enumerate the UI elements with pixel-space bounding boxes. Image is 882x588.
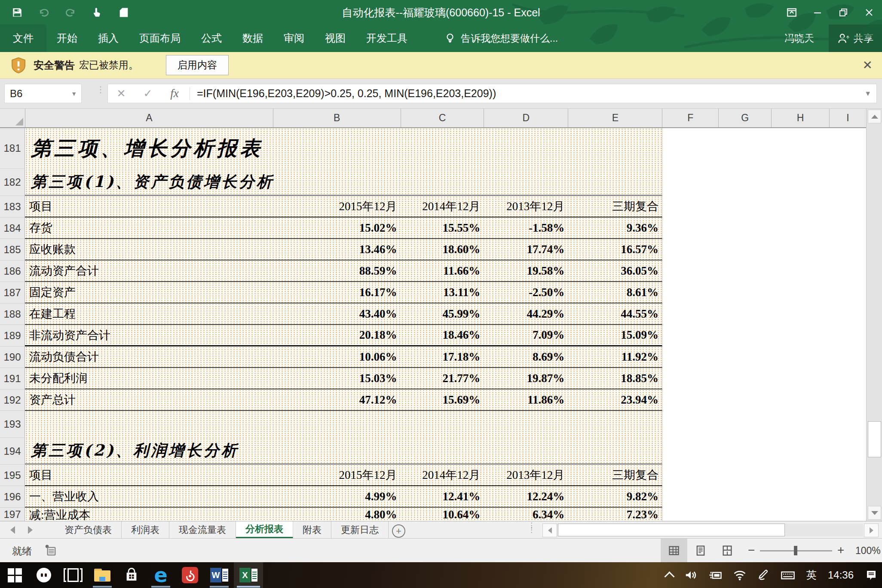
insert-function-icon[interactable]: fx bbox=[161, 87, 188, 100]
minimize-icon[interactable] bbox=[805, 0, 830, 24]
cell-E195[interactable]: 三期复合 bbox=[568, 465, 662, 485]
zoom-in-icon[interactable]: + bbox=[837, 544, 844, 556]
battery-icon[interactable] bbox=[708, 569, 722, 582]
cell-B196[interactable]: 4.99% bbox=[273, 486, 401, 507]
cell-C183[interactable]: 2014年12月 bbox=[400, 196, 484, 217]
cell-A196[interactable]: 一、营业收入 bbox=[25, 486, 273, 507]
cell-D183[interactable]: 2013年12月 bbox=[484, 196, 568, 217]
ribbon-display-options-icon[interactable] bbox=[779, 0, 805, 24]
normal-view-icon[interactable] bbox=[661, 539, 687, 563]
column-header-H[interactable]: H bbox=[772, 108, 830, 127]
cell-A186[interactable]: 流动资产合计 bbox=[25, 260, 273, 281]
cell-A183[interactable]: 项目 bbox=[25, 196, 273, 217]
cell-B192[interactable]: 47.12% bbox=[273, 389, 401, 410]
row-header-191[interactable]: 191 bbox=[0, 368, 25, 389]
page-layout-view-icon[interactable] bbox=[687, 539, 714, 563]
vertical-scroll-thumb[interactable] bbox=[868, 421, 881, 457]
column-header-C[interactable]: C bbox=[401, 108, 484, 127]
ribbon-tab-开发工具[interactable]: 开发工具 bbox=[356, 24, 418, 52]
cell-C185[interactable]: 18.60% bbox=[400, 239, 484, 260]
notification-icon[interactable] bbox=[865, 569, 878, 582]
column-header-A[interactable]: A bbox=[25, 108, 273, 127]
cell-A185[interactable]: 应收账款 bbox=[25, 239, 273, 260]
cell-B189[interactable]: 20.18% bbox=[273, 325, 401, 345]
close-icon[interactable] bbox=[856, 0, 882, 24]
select-all-corner[interactable] bbox=[0, 108, 25, 127]
tab-nav-left-icon[interactable] bbox=[10, 526, 15, 534]
row-header-188[interactable]: 188 bbox=[0, 303, 25, 325]
row-header-185[interactable]: 185 bbox=[0, 239, 25, 260]
cancel-icon[interactable]: ✕ bbox=[108, 87, 135, 100]
cell-D184[interactable]: -1.58% bbox=[484, 217, 568, 238]
cell-D185[interactable]: 17.74% bbox=[484, 239, 568, 260]
cell-E188[interactable]: 44.55% bbox=[568, 303, 662, 324]
scroll-left-icon[interactable] bbox=[542, 524, 557, 537]
cell-B197[interactable]: 4.80% bbox=[273, 508, 401, 522]
clock[interactable]: 14:36 bbox=[828, 569, 854, 581]
sheet-tab-利润表[interactable]: 利润表 bbox=[122, 521, 169, 539]
cell-C192[interactable]: 15.69% bbox=[400, 389, 484, 410]
row-header-186[interactable]: 186 bbox=[0, 260, 25, 282]
ribbon-tab-视图[interactable]: 视图 bbox=[315, 24, 356, 52]
cell-D195[interactable]: 2013年12月 bbox=[484, 465, 568, 485]
sheet-tab-现金流量表[interactable]: 现金流量表 bbox=[169, 521, 236, 539]
cell-E184[interactable]: 9.36% bbox=[568, 217, 662, 238]
qat-customize-dropdown-icon[interactable]: ▾ bbox=[13, 0, 16, 24]
cell-D187[interactable]: -2.50% bbox=[484, 282, 568, 303]
column-header-E[interactable]: E bbox=[568, 108, 662, 127]
ribbon-tab-数据[interactable]: 数据 bbox=[232, 24, 273, 52]
row-header-190[interactable]: 190 bbox=[0, 346, 25, 368]
edge-icon[interactable]: e bbox=[146, 562, 175, 588]
undo-icon[interactable] bbox=[38, 6, 50, 18]
formula-text[interactable]: =IF(MIN(E196,E203,E209)>0.25, 0.25, MIN(… bbox=[197, 87, 864, 100]
row-header-183[interactable]: 183 bbox=[0, 196, 25, 217]
cell-E185[interactable]: 16.57% bbox=[568, 239, 662, 260]
cell-A188[interactable]: 在建工程 bbox=[25, 303, 273, 324]
cell-E196[interactable]: 9.82% bbox=[568, 486, 662, 507]
share-button[interactable]: 共享 bbox=[829, 24, 882, 52]
ribbon-tab-插入[interactable]: 插入 bbox=[88, 24, 129, 52]
store-icon[interactable] bbox=[117, 562, 146, 588]
column-header-B[interactable]: B bbox=[273, 108, 401, 127]
column-header-D[interactable]: D bbox=[484, 108, 568, 127]
ribbon-tab-页面布局[interactable]: 页面布局 bbox=[129, 24, 191, 52]
cell-A184[interactable]: 存货 bbox=[25, 217, 273, 238]
zoom-out-icon[interactable]: − bbox=[748, 544, 755, 556]
tab-nav-right-icon[interactable] bbox=[28, 526, 33, 534]
macro-record-icon[interactable] bbox=[44, 544, 57, 558]
scroll-down-icon[interactable] bbox=[868, 506, 881, 520]
formula-bar-resize-handle[interactable]: ⋮ bbox=[96, 88, 105, 92]
vertical-scrollbar[interactable] bbox=[866, 108, 882, 521]
cell-D186[interactable]: 19.58% bbox=[484, 260, 568, 281]
file-explorer-icon[interactable] bbox=[88, 562, 117, 588]
wifi-icon[interactable] bbox=[733, 569, 746, 582]
cell-E191[interactable]: 18.85% bbox=[568, 368, 662, 389]
touch-keyboard-icon[interactable] bbox=[781, 569, 795, 582]
row-header-181[interactable]: 181 bbox=[0, 128, 25, 169]
cell-E192[interactable]: 23.94% bbox=[568, 389, 662, 410]
column-header-G[interactable]: G bbox=[719, 108, 772, 127]
cell-C187[interactable]: 13.11% bbox=[400, 282, 484, 303]
excel-icon[interactable]: X bbox=[234, 562, 263, 588]
cell-A181[interactable]: 第三项、增长分析报表 bbox=[25, 135, 263, 162]
cell-B191[interactable]: 15.03% bbox=[273, 368, 401, 389]
cell-B186[interactable]: 88.59% bbox=[273, 260, 401, 281]
cell-A197[interactable]: 减:营业成本 bbox=[25, 508, 273, 522]
cell-D192[interactable]: 11.86% bbox=[484, 389, 568, 410]
column-header-I[interactable]: I bbox=[830, 108, 867, 127]
netease-music-icon[interactable] bbox=[175, 562, 205, 588]
ribbon-tab-公式[interactable]: 公式 bbox=[191, 24, 232, 52]
row-header-187[interactable]: 187 bbox=[0, 282, 25, 303]
cell-B183[interactable]: 2015年12月 bbox=[273, 196, 401, 217]
cell-D188[interactable]: 44.29% bbox=[484, 303, 568, 324]
enter-icon[interactable]: ✓ bbox=[135, 87, 161, 100]
row-header-182[interactable]: 182 bbox=[0, 169, 25, 196]
cell-E183[interactable]: 三期复合 bbox=[568, 196, 662, 217]
scroll-up-icon[interactable] bbox=[868, 110, 881, 123]
ribbon-tab-审阅[interactable]: 审阅 bbox=[273, 24, 315, 52]
cell-E197[interactable]: 7.23% bbox=[568, 508, 662, 522]
cell-C197[interactable]: 10.64% bbox=[400, 508, 484, 522]
cell-D190[interactable]: 8.69% bbox=[484, 346, 568, 367]
pen-icon[interactable] bbox=[757, 569, 769, 581]
cell-B190[interactable]: 10.06% bbox=[273, 346, 401, 367]
